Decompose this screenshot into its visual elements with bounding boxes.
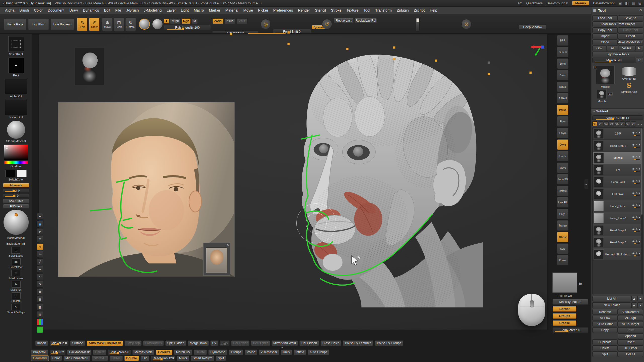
bottom-button[interactable]: Surface <box>70 340 85 346</box>
right-shelf-button[interactable]: Actual <box>557 81 569 92</box>
redo-icon[interactable]: ↷ <box>37 281 43 288</box>
texture-preview[interactable] <box>552 273 577 293</box>
subtool-thumbnail[interactable] <box>594 213 604 223</box>
right-shelf-button[interactable]: Zoom <box>557 70 569 80</box>
subtool-mini-slider[interactable] <box>634 147 640 148</box>
right-shelf-button[interactable]: Ghost <box>557 232 569 242</box>
mask-by-feature-button[interactable]: MaskByFeature <box>552 299 588 305</box>
menu-item[interactable]: Stencil <box>312 8 329 13</box>
menu-item[interactable]: Dynamics <box>80 8 102 13</box>
export-button[interactable]: Export <box>618 33 643 39</box>
subtool-mini-slider[interactable] <box>634 171 640 172</box>
system-icon[interactable]: ◧ <box>625 1 629 6</box>
bottom-button[interactable]: MidValue 0 <box>50 340 69 346</box>
bottom-button[interactable]: Close Holes <box>320 340 341 346</box>
menu-item[interactable]: J-Modeling <box>141 8 164 13</box>
menu-item[interactable]: Transform <box>373 8 394 13</box>
subtool-paint-icon[interactable]: ✎ <box>636 131 638 134</box>
bottom-button[interactable]: Split Hidden <box>165 340 186 346</box>
system-icon[interactable]: ⊞ <box>638 1 641 6</box>
cylinder3d-thumbnail[interactable] <box>622 67 636 76</box>
bottom-button[interactable]: Morph UV <box>174 349 192 355</box>
stroke-thumbnail[interactable] <box>8 58 24 73</box>
subtool-thumbnail[interactable] <box>594 177 604 187</box>
brush-selectlasso[interactable]: ◌ SelectLasso <box>9 247 23 257</box>
subtool-sculpt-icon[interactable]: ● <box>639 252 640 255</box>
bottom-button[interactable]: MergeVisible <box>132 349 154 355</box>
rgb-button[interactable]: Rgb <box>182 18 191 24</box>
folder-fold-button[interactable]: ▾ <box>637 302 643 308</box>
brush-maskpen[interactable]: ✎ MaskPen <box>11 281 22 291</box>
copy-tool-button[interactable]: Copy Tool <box>592 27 618 33</box>
right-shelf-button[interactable]: Rotate <box>557 186 569 196</box>
subtool-paint-icon[interactable]: ✎ <box>636 252 638 255</box>
color-picker[interactable] <box>4 145 28 164</box>
subtool-action-button[interactable]: All Low <box>592 315 618 321</box>
right-shelf-button[interactable]: Qxyz <box>557 139 569 150</box>
subtool-section-header[interactable]: ▾ Subtool <box>591 108 644 114</box>
clipboard-icon[interactable]: ▥ <box>37 311 43 318</box>
bottom-button[interactable]: Auto Mask FiberMesh <box>87 340 123 346</box>
bottom-button[interactable]: Resolution 128 <box>151 355 175 361</box>
subtool-action-button[interactable]: Split <box>592 351 618 357</box>
select-rect-thumbnail[interactable] <box>8 36 24 52</box>
bottom-button[interactable]: Delete <box>93 349 106 355</box>
right-shelf-button[interactable]: Solo <box>557 243 569 254</box>
bottom-button[interactable]: BackfaceMask <box>67 349 92 355</box>
quicksave-button[interactable]: QuickSave <box>526 1 543 5</box>
simplebrush-thumbnail[interactable]: S <box>627 82 631 89</box>
right-shelf-button[interactable]: Frame <box>557 151 569 161</box>
bottom-button[interactable]: Dist 0.02 <box>50 349 66 355</box>
alpha-thumbnail[interactable] <box>5 79 27 94</box>
goz-button[interactable]: GoZ <box>592 46 607 51</box>
subtool-action-button[interactable]: Delete <box>592 345 618 351</box>
live-boolean-button[interactable]: Live Boolean <box>51 19 74 30</box>
subtool-sculpt-icon[interactable]: ● <box>639 144 640 146</box>
subtool-action-button[interactable]: All To Home <box>592 321 618 327</box>
right-shelf-button[interactable]: BPR <box>557 35 569 46</box>
right-shelf-button[interactable]: Scroll <box>557 58 569 69</box>
subtool-thumbnail[interactable] <box>594 237 604 247</box>
material-thumbnail[interactable] <box>7 121 25 139</box>
subtool-thumbnail[interactable] <box>594 165 604 175</box>
visibility-eye-icon[interactable]: ◉ <box>37 221 43 227</box>
axis-gizmo[interactable] <box>530 45 546 57</box>
see-through-slider[interactable]: See-through 0 <box>547 1 568 5</box>
bottom-button[interactable]: Split Screen 0 <box>108 349 131 355</box>
version-tab[interactable]: V3 <box>603 121 609 126</box>
subtool-sculpt-icon[interactable]: ● <box>639 168 640 170</box>
new-folder-button[interactable]: New Folder <box>592 302 631 308</box>
subtool-action-button[interactable]: Del Other <box>618 345 643 351</box>
menu-item[interactable]: Zplugin <box>394 8 411 13</box>
delete-icon[interactable]: ✕ <box>37 289 43 295</box>
main-color-swatch[interactable] <box>6 170 15 177</box>
zcut-button[interactable]: Zcut <box>236 18 248 24</box>
version-tab[interactable]: V6 <box>620 121 625 126</box>
subtool-paint-icon[interactable]: ✎ <box>636 228 638 231</box>
zsub-button[interactable]: Zsub <box>224 18 235 24</box>
color-spectrum-bar[interactable] <box>4 161 28 164</box>
menu-item[interactable]: Macro <box>191 8 206 13</box>
lightbox-tools-button[interactable]: Lightbox►Tools <box>592 52 643 57</box>
subtool-mini-slider[interactable] <box>634 231 640 232</box>
alternate-button[interactable]: Alternate <box>3 183 29 188</box>
bottom-button[interactable]: Min Connected I <box>63 355 90 361</box>
menu-item[interactable]: Tool <box>361 8 373 13</box>
subtool-eye-icon[interactable]: ◉ <box>632 168 635 170</box>
gravity-knob[interactable] <box>416 18 419 22</box>
menu-item[interactable]: Zscript <box>411 8 427 13</box>
menu-item[interactable]: Render <box>295 8 312 13</box>
menu-item[interactable]: Material <box>223 8 241 13</box>
rf-slider[interactable]: Rf 0 <box>3 194 29 198</box>
subtool-row[interactable]: Merged_Skull-decimation2_5 ◉ ✎ ● <box>593 248 643 260</box>
subtool-paint-icon[interactable]: ✎ <box>636 240 638 243</box>
subtool-row[interactable]: Scan Skull ◉ ✎ ● <box>593 176 643 188</box>
knife-icon[interactable]: ✄ <box>37 251 43 257</box>
bottom-button[interactable]: Polish By Groups <box>375 340 403 346</box>
subtool-sculpt-icon[interactable]: ● <box>639 228 640 231</box>
subtool-row[interactable]: Head Step-5 ◉ ✎ ● <box>593 236 643 248</box>
bottom-button[interactable]: Del Lower <box>231 340 249 346</box>
secondary-color-swatch[interactable] <box>17 170 27 177</box>
subtool-eye-icon[interactable]: ◉ <box>632 144 635 146</box>
subtool-mini-slider[interactable] <box>634 183 640 184</box>
